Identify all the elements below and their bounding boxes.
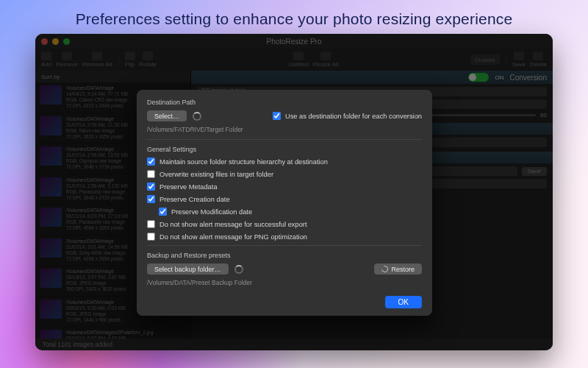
preserve-creation-date-checkbox[interactable] bbox=[147, 195, 155, 203]
maintain-structure-checkbox[interactable] bbox=[147, 158, 155, 166]
restore-button[interactable]: Restore bbox=[374, 263, 422, 275]
backup-restore-label: Backup and Restore presets bbox=[147, 252, 422, 259]
app-window: PhotoResize Pro Add Remove Remove All Fl… bbox=[35, 34, 553, 350]
spinner-icon bbox=[193, 112, 201, 121]
general-settings-label: General Settings bbox=[147, 146, 422, 153]
no-alert-png-checkbox[interactable] bbox=[147, 233, 155, 241]
spinner-icon bbox=[234, 265, 243, 274]
use-as-destination-label: Use as destination folder for each conve… bbox=[285, 113, 422, 120]
use-as-destination-checkbox[interactable] bbox=[273, 112, 281, 120]
no-alert-export-checkbox[interactable] bbox=[147, 220, 155, 228]
restore-icon bbox=[381, 264, 390, 273]
destination-path-text: /Volumes/FATDRIVE/Target Folder bbox=[147, 126, 422, 133]
overwrite-checkbox[interactable] bbox=[147, 170, 155, 178]
select-destination-button[interactable]: Select… bbox=[147, 110, 187, 121]
preferences-sheet: Destination Path Select… Use as destinat… bbox=[137, 90, 432, 316]
select-backup-folder-button[interactable]: Select backup folder… bbox=[147, 263, 229, 275]
destination-path-label: Destination Path bbox=[147, 99, 422, 106]
preserve-metadata-checkbox[interactable] bbox=[147, 183, 155, 191]
backup-path-text: /Volumes/DATA/Preset Backup Folder bbox=[147, 279, 422, 286]
promo-headline: Preferences setting to enhance your phot… bbox=[0, 0, 588, 28]
preserve-modification-date-checkbox[interactable] bbox=[159, 208, 167, 216]
ok-button[interactable]: OK bbox=[385, 296, 422, 308]
